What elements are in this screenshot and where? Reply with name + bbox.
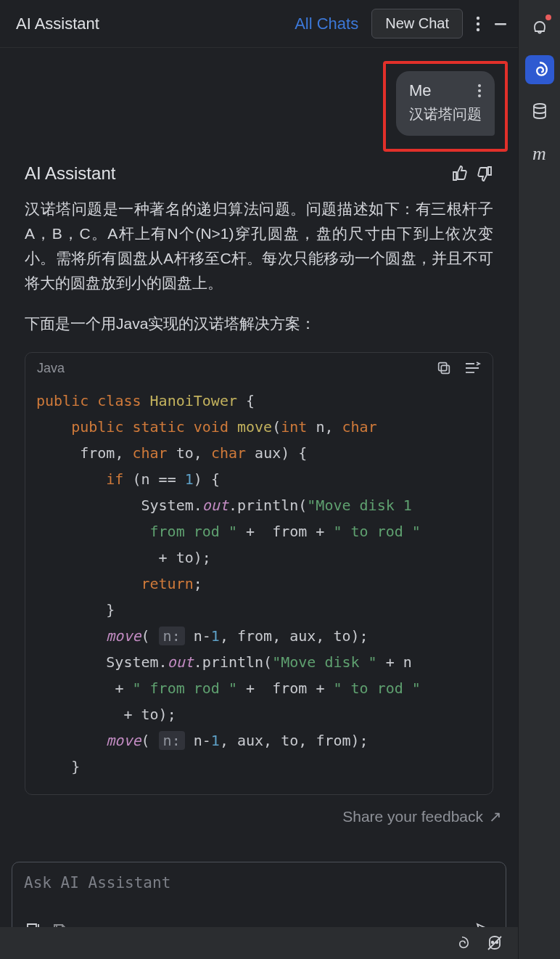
right-sidebar: m [518,0,560,959]
code-content: public class HanoiTower { public static … [25,383,493,794]
svg-point-6 [478,94,481,97]
svg-point-1 [477,22,479,25]
kebab-menu-icon[interactable] [476,16,480,32]
code-block: Java public class HanoiTower { public st… [25,352,493,795]
assistant-sender-label: AI Assistant [25,163,444,184]
assistant-message: AI Assistant 汉诺塔问题是一种著名的递归算法问题。问题描述如下：有三… [0,159,518,795]
svg-point-4 [478,84,481,87]
ai-assistant-icon[interactable] [525,55,554,84]
copilot-disabled-icon[interactable] [486,935,503,951]
new-chat-button[interactable]: New Chat [371,9,463,38]
svg-point-15 [492,942,494,944]
thumbs-up-icon[interactable] [451,165,469,182]
notifications-icon[interactable] [525,13,554,42]
spiral-icon[interactable] [454,935,470,951]
copy-code-icon[interactable] [436,360,452,376]
user-message-menu-icon[interactable] [477,83,482,98]
chat-input[interactable] [24,874,494,909]
insert-code-icon[interactable] [464,360,481,376]
svg-point-0 [477,16,479,19]
share-feedback-link[interactable]: Share your feedback↗ [0,808,518,836]
thumbs-down-icon[interactable] [476,165,493,182]
svg-point-18 [534,104,545,108]
panel-title: AI Assistant [16,15,295,33]
status-bar [0,927,518,959]
code-language-label: Java [37,361,424,376]
notification-badge [545,15,551,20]
user-message-text: 汉诺塔问题 [409,105,482,124]
maven-icon[interactable]: m [525,139,554,168]
database-icon[interactable] [525,97,554,126]
chat-scroll[interactable]: Me 汉诺塔问题 AI Assistant [0,48,518,862]
external-link-icon: ↗ [489,808,502,825]
svg-point-5 [478,89,481,92]
svg-rect-7 [441,365,449,373]
user-sender-label: Me [409,81,432,100]
user-message-bubble: Me 汉诺塔问题 [396,71,495,136]
svg-rect-8 [439,363,447,371]
header: AI Assistant All Chats New Chat [0,0,518,48]
assistant-paragraph-2: 下面是一个用Java实现的汉诺塔解决方案： [25,311,493,336]
all-chats-link[interactable]: All Chats [295,15,358,33]
assistant-paragraph-1: 汉诺塔问题是一种著名的递归算法问题。问题描述如下：有三根杆子A，B，C。A杆上有… [25,197,493,295]
user-message-highlight: Me 汉诺塔问题 [383,61,508,152]
minimize-icon[interactable] [493,17,508,31]
svg-point-2 [477,28,479,30]
svg-rect-3 [495,23,506,25]
